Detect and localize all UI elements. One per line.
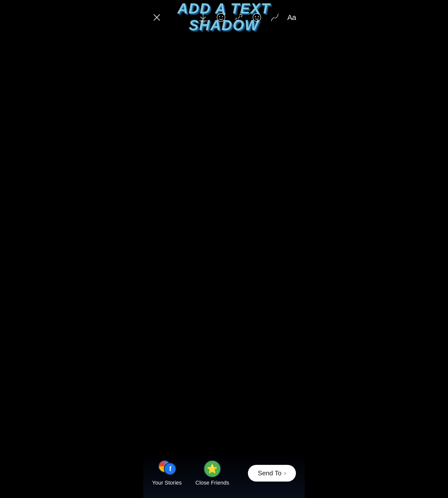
your-stories-option[interactable]: f Your Stories [152,460,182,486]
text-label: Aa [287,13,296,22]
draw-icon [269,12,280,23]
svg-point-4 [222,16,223,17]
facebook-f-letter: f [169,465,171,473]
toolbar-left [152,13,162,22]
svg-point-5 [253,13,261,21]
link-button[interactable] [233,12,244,23]
stories-options: f Your Stories ⭐ Close Friends [152,460,229,486]
sticker-button[interactable] [216,12,226,23]
svg-point-6 [255,16,256,17]
mention-icon [251,12,262,23]
send-to-button[interactable]: Send To › [248,465,296,482]
top-toolbar: Aa [143,0,305,27]
bottom-bar: f Your Stories ⭐ Close Friends Send To › [143,453,305,498]
close-friends-icon: ⭐ [204,460,221,478]
sticker-icon [216,12,226,23]
close-friends-option[interactable]: ⭐ Close Friends [195,460,229,486]
mention-button[interactable] [251,12,262,23]
close-icon [152,13,162,22]
star-icon: ⭐ [207,464,218,474]
svg-point-3 [219,16,220,17]
toolbar-right: Aa [198,12,296,23]
your-stories-icon: f [158,460,176,478]
right-black-panel [305,0,448,498]
story-editor-container: Aa ADD A TEXT SHADOW f Your Stories [143,0,305,498]
your-stories-label: Your Stories [152,480,182,486]
send-to-label: Send To [258,469,281,477]
text-button[interactable]: Aa [287,13,296,22]
draw-button[interactable] [269,12,280,23]
left-black-panel [0,0,143,498]
download-icon [198,12,209,23]
svg-point-2 [217,13,225,21]
download-button[interactable] [198,12,209,23]
send-chevron-icon: › [284,470,286,477]
facebook-circle: f [164,463,176,475]
link-icon [233,12,244,23]
close-friends-label: Close Friends [195,480,229,486]
svg-point-7 [258,16,259,17]
close-button[interactable] [152,13,162,22]
